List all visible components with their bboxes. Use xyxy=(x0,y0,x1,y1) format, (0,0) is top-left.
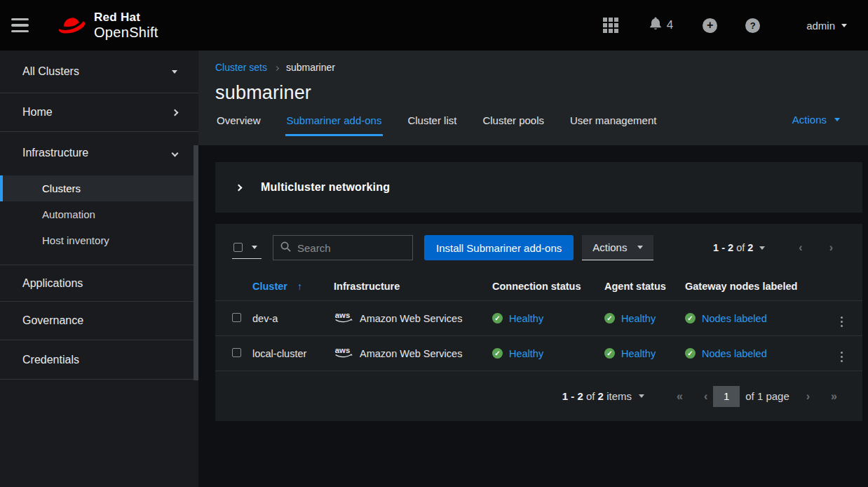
expandable-title: Multicluster networking xyxy=(261,181,390,194)
page-of-label: of 1 page xyxy=(745,390,789,402)
nav-toggle-hamburger-icon[interactable] xyxy=(11,11,39,39)
multicluster-networking-expandable[interactable]: Multicluster networking xyxy=(215,162,862,213)
install-submariner-addons-button[interactable]: Install Submariner add-ons xyxy=(424,235,574,260)
aws-icon: aws xyxy=(334,310,353,326)
column-header-gateway-nodes[interactable]: Gateway nodes labeled xyxy=(679,272,819,301)
cluster-selector-dropdown[interactable]: All Clusters xyxy=(0,51,198,93)
last-page-icon[interactable]: » xyxy=(831,390,837,403)
column-header-agent-status[interactable]: Agent status xyxy=(599,272,679,301)
breadcrumb-separator-icon xyxy=(275,63,278,72)
sidebar-item-host-inventory[interactable]: Host inventory xyxy=(0,227,198,253)
sidebar-item-label: Credentials xyxy=(22,354,79,366)
sidebar-item-label: Automation xyxy=(42,208,95,220)
success-check-icon: ✓ xyxy=(492,313,503,323)
sidebar-item-label: Infrastructure xyxy=(22,147,88,159)
page-actions-label: Actions xyxy=(792,114,827,126)
app-launcher-icon[interactable] xyxy=(603,18,618,33)
masthead: Red Hat OpenShift 4 + ? admin xyxy=(0,0,868,51)
sidebar-item-applications[interactable]: Applications xyxy=(0,265,198,302)
row-kebab-menu-icon[interactable] xyxy=(841,352,843,363)
caret-down-icon xyxy=(759,246,765,250)
row-checkbox[interactable] xyxy=(232,348,241,357)
agent-status-link[interactable]: Healthy xyxy=(621,313,656,324)
pagination-summary[interactable]: 1 - 2 of 2 xyxy=(713,242,753,253)
cluster-name-cell: local-cluster xyxy=(247,336,328,371)
svg-text:aws: aws xyxy=(335,311,350,319)
bulk-select-checkbox[interactable] xyxy=(233,243,243,252)
search-icon xyxy=(280,241,291,255)
sidebar-scrollbar-thumb[interactable] xyxy=(194,145,198,380)
connection-status-link[interactable]: Healthy xyxy=(509,313,543,324)
tab-cluster-list[interactable]: Cluster list xyxy=(406,114,458,136)
infrastructure-label: Amazon Web Services xyxy=(360,348,462,359)
caret-down-icon xyxy=(637,246,643,249)
infrastructure-label: Amazon Web Services xyxy=(360,313,462,324)
submariner-addons-table-card: Install Submariner add-ons Actions 1 - 2… xyxy=(215,224,862,421)
breadcrumb: Cluster sets submariner xyxy=(215,62,851,73)
page-title: submariner xyxy=(215,82,851,104)
tab-submariner-add-ons[interactable]: Submariner add-ons xyxy=(285,114,384,136)
bottom-pagination: 1 - 2 of 2 items « ‹ of 1 page › » xyxy=(215,371,862,421)
previous-page-chevron-icon[interactable]: ‹ xyxy=(799,241,802,254)
infrastructure-sub-list: Clusters Automation Host inventory xyxy=(0,174,198,265)
sidebar-item-infrastructure[interactable]: Infrastructure xyxy=(0,132,198,174)
top-pagination: 1 - 2 of 2 ‹ › xyxy=(713,241,851,254)
notifications-button[interactable]: 4 xyxy=(649,17,673,34)
connection-status-link[interactable]: Healthy xyxy=(509,348,543,359)
svg-text:aws: aws xyxy=(335,346,350,354)
success-check-icon: ✓ xyxy=(604,348,615,359)
row-kebab-menu-icon[interactable] xyxy=(841,316,843,328)
cluster-selector-label: All Clusters xyxy=(22,65,79,78)
next-page-icon[interactable]: › xyxy=(806,390,810,403)
brand-line1: Red Hat xyxy=(94,11,158,25)
previous-page-icon[interactable]: ‹ xyxy=(704,390,707,403)
sidebar-item-credentials[interactable]: Credentials xyxy=(0,340,198,380)
table-actions-dropdown[interactable]: Actions xyxy=(582,235,653,260)
create-plus-icon[interactable]: + xyxy=(703,18,717,33)
sidebar-item-clusters[interactable]: Clusters xyxy=(0,175,198,201)
table-actions-label: Actions xyxy=(592,241,627,253)
column-header-connection-status[interactable]: Connection status xyxy=(487,272,599,301)
next-page-chevron-icon[interactable]: › xyxy=(829,241,833,254)
sidebar: All Clusters Home Infrastructure Cluster… xyxy=(0,51,198,487)
sidebar-item-label: Governance xyxy=(22,314,83,327)
sidebar-item-governance[interactable]: Governance xyxy=(0,302,198,340)
table-row: local-cluster aws xyxy=(215,336,862,371)
content-area: Multicluster networking xyxy=(198,145,868,487)
success-check-icon: ✓ xyxy=(492,348,503,359)
table-row: dev-a aws xyxy=(215,301,862,336)
tab-cluster-pools[interactable]: Cluster pools xyxy=(481,114,545,136)
user-name: admin xyxy=(806,20,835,32)
clusters-table: Cluster↑ Infrastructure Connection statu… xyxy=(215,272,862,371)
sort-ascending-icon: ↑ xyxy=(297,281,302,292)
cluster-name-cell: dev-a xyxy=(247,301,328,336)
page-header: Cluster sets submariner submariner Overv… xyxy=(198,51,868,145)
bulk-select-dropdown[interactable] xyxy=(232,237,262,259)
column-header-infrastructure[interactable]: Infrastructure xyxy=(328,272,487,301)
help-question-icon[interactable]: ? xyxy=(745,18,760,33)
user-menu[interactable]: admin xyxy=(806,20,847,32)
success-check-icon: ✓ xyxy=(685,313,696,323)
breadcrumb-current: submariner xyxy=(286,62,335,73)
search-input[interactable] xyxy=(297,242,405,254)
first-page-icon[interactable]: « xyxy=(677,390,683,403)
column-header-cluster[interactable]: Cluster↑ xyxy=(247,272,328,301)
tab-user-management[interactable]: User management xyxy=(569,114,658,136)
brand-logo[interactable]: Red Hat OpenShift xyxy=(55,11,158,41)
tab-overview[interactable]: Overview xyxy=(215,114,262,136)
agent-status-link[interactable]: Healthy xyxy=(621,348,656,359)
sidebar-item-label: Home xyxy=(22,106,53,119)
redhat-fedora-icon xyxy=(55,13,87,38)
pagination-items-summary[interactable]: 1 - 2 of 2 items xyxy=(562,390,632,402)
header-checkbox-cell xyxy=(215,272,247,301)
success-check-icon: ✓ xyxy=(685,348,696,359)
main-content: Cluster sets submariner submariner Overv… xyxy=(198,51,868,487)
gateway-nodes-link[interactable]: Nodes labeled xyxy=(702,348,767,359)
sidebar-item-home[interactable]: Home xyxy=(0,93,198,132)
sidebar-item-automation[interactable]: Automation xyxy=(0,201,198,227)
row-checkbox[interactable] xyxy=(232,313,241,322)
page-number-input[interactable] xyxy=(713,386,740,407)
breadcrumb-link-cluster-sets[interactable]: Cluster sets xyxy=(215,62,267,73)
gateway-nodes-link[interactable]: Nodes labeled xyxy=(702,313,767,324)
page-actions-dropdown[interactable]: Actions xyxy=(792,114,840,126)
